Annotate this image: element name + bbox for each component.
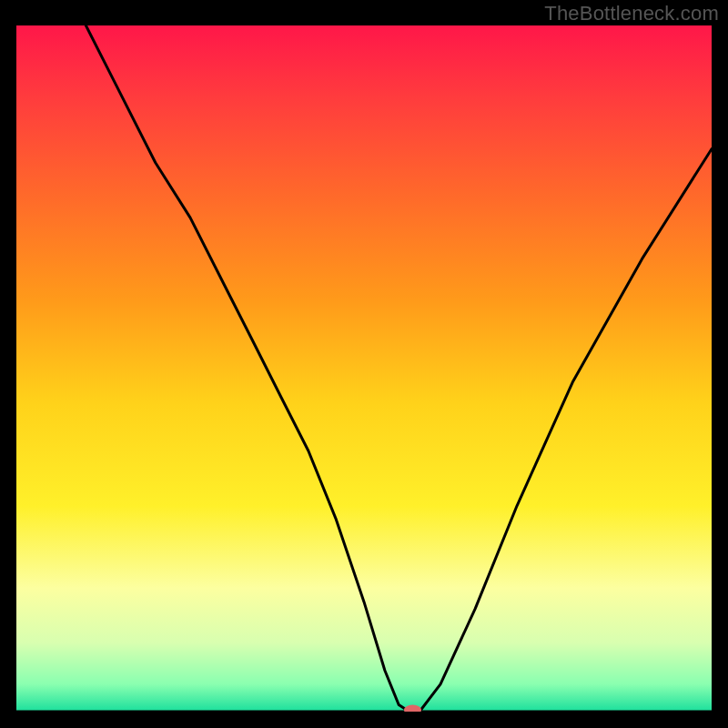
watermark-text: TheBottleneck.com xyxy=(544,2,719,25)
chart-frame: TheBottleneck.com xyxy=(0,0,728,728)
gradient-background xyxy=(16,25,712,712)
chart-svg xyxy=(16,25,712,712)
plot-area xyxy=(16,25,712,712)
